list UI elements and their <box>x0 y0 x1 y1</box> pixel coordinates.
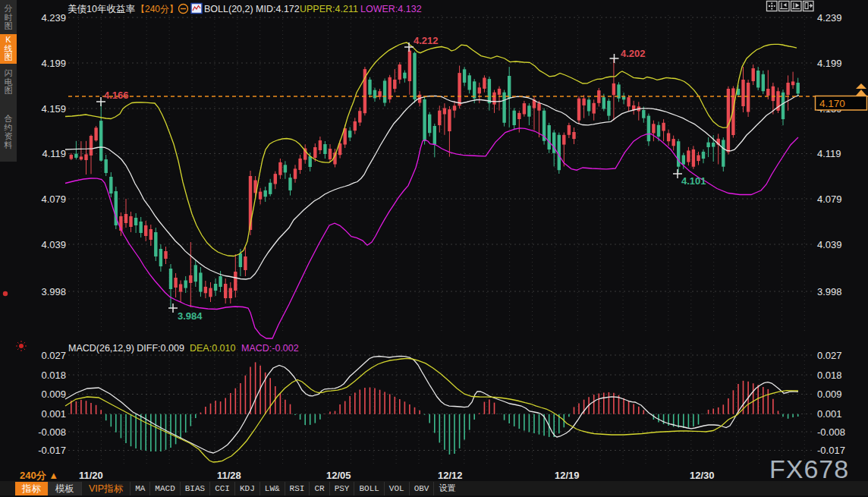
svg-text:4.039: 4.039 <box>817 239 842 250</box>
svg-text:12/19: 12/19 <box>555 470 580 481</box>
svg-text:3.984: 3.984 <box>178 310 203 322</box>
svg-text:3.998: 3.998 <box>41 286 66 297</box>
svg-text:DEA:0.010: DEA:0.010 <box>190 343 236 354</box>
svg-text:4.212: 4.212 <box>414 35 439 46</box>
svg-text:4.239: 4.239 <box>817 12 842 24</box>
svg-text:240分 ▲: 240分 ▲ <box>20 470 58 481</box>
svg-text:0.027: 0.027 <box>41 350 66 361</box>
svg-text:UPPER:4.211: UPPER:4.211 <box>300 4 358 14</box>
svg-text:4.239: 4.239 <box>41 12 66 24</box>
svg-text:4.079: 4.079 <box>817 193 842 205</box>
svg-text:-0.017: -0.017 <box>38 445 66 456</box>
svg-text:0.001: 0.001 <box>41 408 66 420</box>
svg-text:0.009: 0.009 <box>41 388 66 400</box>
svg-text:-0.008: -0.008 <box>817 426 845 438</box>
svg-text:4.202: 4.202 <box>621 48 646 59</box>
svg-text:4.199: 4.199 <box>817 58 842 69</box>
svg-text:12/30: 12/30 <box>690 470 715 481</box>
svg-text:4.039: 4.039 <box>41 239 66 250</box>
svg-text:0.001: 0.001 <box>817 408 842 420</box>
svg-text:-0.008: -0.008 <box>38 426 66 438</box>
svg-text:12/12: 12/12 <box>438 470 463 481</box>
svg-text:MACD(26,12,9) DIFF:0.009: MACD(26,12,9) DIFF:0.009 <box>68 343 184 354</box>
svg-text:0.018: 0.018 <box>41 370 66 381</box>
svg-text:4.119: 4.119 <box>817 148 841 159</box>
svg-text:MACD:-0.002: MACD:-0.002 <box>241 343 299 354</box>
svg-text:12/05: 12/05 <box>326 470 351 481</box>
svg-text:11/20: 11/20 <box>79 470 103 481</box>
svg-text:FX678: FX678 <box>769 455 849 483</box>
svg-text:4.101: 4.101 <box>681 175 706 187</box>
svg-text:BOLL(20,2) MID:4.172: BOLL(20,2) MID:4.172 <box>204 4 300 14</box>
svg-text:4.199: 4.199 <box>41 58 66 69</box>
svg-text:4.079: 4.079 <box>41 193 66 205</box>
svg-text:4.119: 4.119 <box>42 148 66 159</box>
svg-text:4.166: 4.166 <box>104 90 129 101</box>
svg-text:4.159: 4.159 <box>41 103 66 115</box>
svg-text:【240分】: 【240分】 <box>136 4 178 14</box>
svg-text:0.009: 0.009 <box>817 388 842 400</box>
svg-text:美债10年收益率: 美债10年收益率 <box>68 4 135 14</box>
svg-text:LOWER:4.132: LOWER:4.132 <box>360 4 422 14</box>
svg-text:4.170: 4.170 <box>819 98 845 109</box>
svg-text:11/28: 11/28 <box>217 470 241 481</box>
svg-text:0.018: 0.018 <box>817 370 842 381</box>
svg-text:3.998: 3.998 <box>817 286 842 297</box>
svg-text:0.027: 0.027 <box>817 350 842 361</box>
